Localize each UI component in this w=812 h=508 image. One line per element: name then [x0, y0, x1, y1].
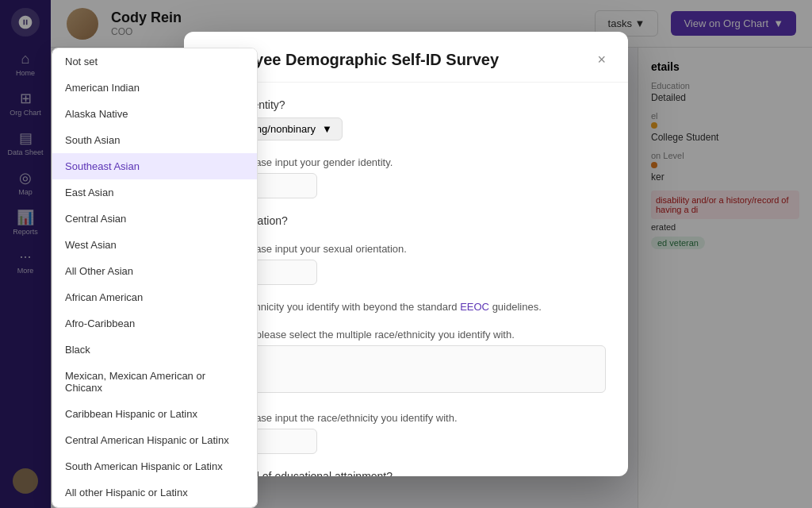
- dropdown-item-black[interactable]: Black: [52, 337, 257, 363]
- dropdown-item-all-other-hispanic[interactable]: All other Hispanic or Latinx: [52, 479, 257, 506]
- dropdown-item-south-asian[interactable]: South Asian: [52, 127, 257, 153]
- dropdown-item-not-set[interactable]: Not set: [52, 48, 257, 75]
- gender-other-group: t listed, please input your gender ident…: [206, 156, 606, 198]
- sexual-orientation-group: xual orientation?: [206, 214, 606, 227]
- race-ethnicity-dropdown[interactable]: Not setAmerican IndianAlaska NativeSouth…: [52, 48, 258, 508]
- dropdown-item-central-american-hispanic[interactable]: Central American Hispanic or Latinx: [52, 427, 257, 453]
- education-question: ghest level of educational attainment?: [206, 470, 606, 476]
- race-ethnicity-group: the race/ethnicity you identify with bey…: [206, 301, 606, 313]
- dropdown-item-east-asian[interactable]: East Asian: [52, 179, 257, 206]
- dropdown-item-alaska-native[interactable]: Alaska Native: [52, 101, 257, 127]
- select-chevron-down-icon: ▼: [322, 123, 332, 135]
- sexual-orientation-question: xual orientation?: [206, 214, 606, 227]
- dropdown-item-southeast-asian[interactable]: Southeast Asian: [52, 153, 257, 179]
- gender-other-label: t listed, please input your gender ident…: [206, 156, 606, 168]
- multiple-race-textarea[interactable]: [206, 345, 606, 393]
- dropdown-item-all-other-asian[interactable]: All Other Asian: [52, 258, 257, 284]
- multiple-race-group: o or more, please select the multiple ra…: [206, 329, 606, 396]
- sexual-orientation-other-group: t listed, please input your sexual orien…: [206, 243, 606, 285]
- dropdown-item-west-asian[interactable]: West Asian: [52, 232, 257, 258]
- gender-identity-question: gender identity?: [206, 98, 606, 111]
- dropdown-item-caribbean-hispanic[interactable]: Caribbean Hispanic or Latinx: [52, 401, 257, 427]
- dropdown-item-american-indian[interactable]: American Indian: [52, 75, 257, 101]
- race-other-group: t listed, please input the race/ethnicit…: [206, 412, 606, 454]
- gender-identity-group: gender identity? conforming/nonbinary ▼: [206, 98, 606, 140]
- multiple-race-label: o or more, please select the multiple ra…: [206, 329, 606, 341]
- race-other-label: t listed, please input the race/ethnicit…: [206, 412, 606, 424]
- sexual-orientation-other-label: t listed, please input your sexual orien…: [206, 243, 606, 255]
- race-ethnicity-text: the race/ethnicity you identify with bey…: [206, 301, 606, 313]
- modal-close-button[interactable]: ×: [597, 52, 606, 68]
- dropdown-item-mexican-hispanic[interactable]: Mexican, Mexican American or Chicanx: [52, 363, 257, 401]
- eeoc-link[interactable]: EEOC: [460, 301, 489, 313]
- dropdown-item-south-american-hispanic[interactable]: South American Hispanic or Latinx: [52, 453, 257, 479]
- dropdown-item-central-asian[interactable]: Central Asian: [52, 206, 257, 232]
- dropdown-item-african-american[interactable]: African American: [52, 284, 257, 310]
- eeoc-link-after: guidelines.: [492, 301, 542, 313]
- education-group: ghest level of educational attainment?: [206, 470, 606, 476]
- dropdown-item-afro-caribbean[interactable]: Afro-Caribbean: [52, 310, 257, 337]
